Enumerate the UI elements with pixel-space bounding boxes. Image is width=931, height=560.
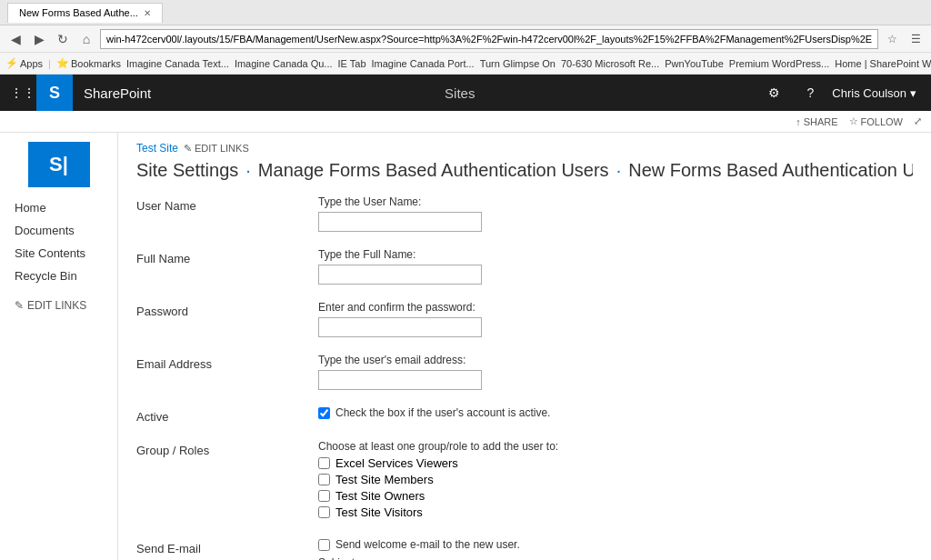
subheader: ↑ SHARE ☆ FOLLOW ⤢ <box>0 111 931 133</box>
gear-button[interactable]: ⚙ <box>757 75 790 111</box>
fullname-label: Full Name <box>136 248 318 265</box>
username-input[interactable] <box>318 212 482 232</box>
bookmark-home-sharepoint[interactable]: Home | SharePoint W... <box>835 58 931 69</box>
group-checkbox-visitors[interactable] <box>318 506 330 518</box>
share-icon: ↑ <box>796 116 801 127</box>
refresh-button[interactable]: ↻ <box>53 29 73 49</box>
help-icon: ? <box>806 85 814 100</box>
title-part3: New Forms Based Authentication Us... <box>628 160 913 181</box>
group-checkbox-owners[interactable] <box>318 490 330 502</box>
focus-button[interactable]: ⤢ <box>914 115 922 127</box>
title-part2: Manage Forms Based Authentication Users <box>258 160 609 181</box>
star-button[interactable]: ☆ <box>882 29 902 49</box>
bookmark-70630[interactable]: 70-630 Microsoft Re... <box>561 58 659 69</box>
sidebar-edit-links[interactable]: ✎ EDIT LINKS <box>0 295 117 316</box>
title-part1: Site Settings <box>136 160 238 181</box>
edit-links-icon: ✎ <box>15 299 24 312</box>
username-label: User Name <box>136 195 318 213</box>
send-email-checkbox-row: Send welcome e-mail to the new user. <box>318 538 913 551</box>
group-label-owners: Test Site Owners <box>335 489 425 503</box>
send-email-checkbox-label: Send welcome e-mail to the new user. <box>335 538 520 551</box>
title-sep2: · <box>616 160 622 181</box>
waffle-icon: ⋮⋮ <box>10 85 35 100</box>
send-email-label: Send E-mail <box>136 538 318 555</box>
email-label: Email Address <box>136 354 318 371</box>
email-input[interactable] <box>318 370 482 390</box>
user-dropdown-icon: ▾ <box>910 86 916 100</box>
sidebar: S| Home Documents Site Contents Recycle … <box>0 133 118 560</box>
app-name: SharePoint <box>73 85 162 101</box>
tab-title: New Forms Based Authe... <box>19 7 138 18</box>
bookmark-premium[interactable]: Premium WordPress... <box>729 58 829 69</box>
active-label: Active <box>136 406 318 424</box>
main-content: S| Home Documents Site Contents Recycle … <box>0 133 931 560</box>
header-icons: ⚙ ? <box>757 75 826 111</box>
bookmarks-bar: ⚡ Apps | ⭐ Bookmarks Imagine Canada Text… <box>0 53 931 75</box>
active-checkbox[interactable] <box>318 407 330 419</box>
password-input[interactable] <box>318 317 482 337</box>
tab-close-button[interactable]: ✕ <box>144 8 151 18</box>
breadcrumb-test-site[interactable]: Test Site <box>136 142 178 155</box>
user-name: Chris Coulson <box>832 86 906 100</box>
apps-icon: ⚡ <box>5 57 18 69</box>
bookmark-pwnyoutube[interactable]: PwnYouTube <box>665 58 724 69</box>
bookmark-imagine1[interactable]: Imagine Canada Text... <box>126 58 229 69</box>
group-label-members: Test Site Members <box>335 473 434 486</box>
active-field: Check the box if the user's account is a… <box>318 406 913 419</box>
sidebar-item-home[interactable]: Home <box>0 196 117 219</box>
sites-label[interactable]: Sites <box>434 85 486 101</box>
form-row-fullname: Full Name Type the Full Name: <box>136 248 913 285</box>
bookmark-imagine2[interactable]: Imagine Canada Qu... <box>235 58 333 69</box>
follow-icon: ☆ <box>849 115 858 127</box>
user-form: User Name Type the User Name: Full Name … <box>136 195 913 560</box>
bookmark-imagine3[interactable]: Imagine Canada Port... <box>372 58 475 69</box>
group-option-visitors: Test Site Visitors <box>318 505 913 519</box>
browser-titlebar: New Forms Based Authe... ✕ <box>0 0 931 25</box>
breadcrumb: Test Site ✎ EDIT LINKS <box>136 142 913 155</box>
bookmark-ietab[interactable]: IE Tab <box>338 58 366 69</box>
bookmark-apps[interactable]: ⚡ Apps <box>5 57 43 69</box>
password-label: Password <box>136 301 318 318</box>
home-button[interactable]: ⌂ <box>76 29 96 49</box>
group-option-members: Test Site Members <box>318 473 913 486</box>
password-hint: Enter and confirm the password: <box>318 301 913 314</box>
bookmark-bookmarks[interactable]: ⭐ Bookmarks <box>56 57 121 69</box>
form-row-email: Email Address Type the user's email addr… <box>136 354 913 390</box>
send-email-field: Send welcome e-mail to the new user. Sub… <box>318 538 913 560</box>
group-option-owners: Test Site Owners <box>318 489 913 503</box>
browser-tab[interactable]: New Forms Based Authe... ✕ <box>7 3 163 23</box>
form-row-active: Active Check the box if the user's accou… <box>136 406 913 424</box>
follow-button[interactable]: ☆ FOLLOW <box>849 115 903 127</box>
forward-button[interactable]: ▶ <box>29 29 49 49</box>
sidebar-item-site-contents[interactable]: Site Contents <box>0 242 117 265</box>
bookmark-glimpse[interactable]: Turn Glimpse On <box>480 58 556 69</box>
sharepoint-logo: S <box>36 75 73 111</box>
group-checkbox-excel[interactable] <box>318 457 330 469</box>
sidebar-item-recycle-bin[interactable]: Recycle Bin <box>0 265 117 287</box>
groups-field: Choose at least one group/role to add th… <box>318 440 913 522</box>
address-bar[interactable] <box>100 29 878 49</box>
fullname-input[interactable] <box>318 265 482 285</box>
reading-list-button[interactable]: ☰ <box>906 29 926 49</box>
form-row-send-email: Send E-mail Send welcome e-mail to the n… <box>136 538 913 560</box>
help-button[interactable]: ? <box>794 75 826 111</box>
group-checkbox-members[interactable] <box>318 474 330 485</box>
waffle-button[interactable]: ⋮⋮ <box>9 75 36 111</box>
fullname-field: Type the Full Name: <box>318 248 913 285</box>
back-button[interactable]: ◀ <box>5 29 25 49</box>
password-field: Enter and confirm the password: <box>318 301 913 337</box>
form-row-password: Password Enter and confirm the password: <box>136 301 913 337</box>
sidebar-item-documents[interactable]: Documents <box>0 219 117 242</box>
user-menu[interactable]: Chris Coulson ▾ <box>826 86 922 100</box>
group-label-visitors: Test Site Visitors <box>335 505 423 519</box>
groups-hint: Choose at least one group/role to add th… <box>318 440 913 453</box>
breadcrumb-edit-icon: ✎ <box>184 143 192 155</box>
focus-icon: ⤢ <box>914 115 922 127</box>
share-button[interactable]: ↑ SHARE <box>796 116 837 127</box>
breadcrumb-edit-links[interactable]: ✎ EDIT LINKS <box>184 143 249 155</box>
username-hint: Type the User Name: <box>318 195 913 208</box>
fullname-hint: Type the Full Name: <box>318 248 913 261</box>
form-row-username: User Name Type the User Name: <box>136 195 913 232</box>
send-email-checkbox[interactable] <box>318 539 330 551</box>
send-email-section: Send welcome e-mail to the new user. Sub… <box>318 538 913 560</box>
